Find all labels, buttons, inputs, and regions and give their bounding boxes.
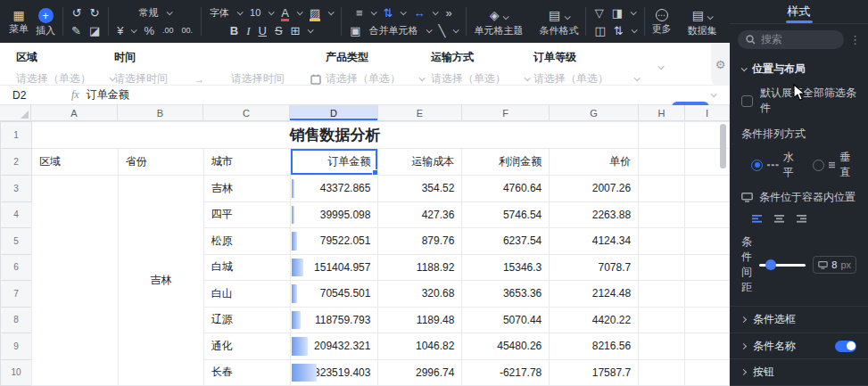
cell-title[interactable]: 销售数据分析: [31, 122, 638, 149]
search-input[interactable]: 搜索: [738, 30, 844, 49]
split-icon[interactable]: ◫: [594, 25, 605, 37]
row-header-10[interactable]: 10: [1, 359, 32, 386]
radio-vertical[interactable]: 垂直: [813, 150, 856, 180]
cell-G6[interactable]: 7078.7: [550, 254, 639, 281]
sort-icon[interactable]: ⇅: [614, 25, 624, 37]
row-header-2[interactable]: 2: [1, 149, 32, 176]
date-range-input[interactable]: 请选择时间 → 请选择时间: [114, 71, 321, 86]
row-header-5[interactable]: 5: [1, 228, 32, 255]
cell-E10[interactable]: 2996.74: [378, 359, 462, 386]
cell-F7[interactable]: 3653.36: [462, 281, 550, 308]
section-condition-box[interactable]: 条件选框: [730, 306, 868, 333]
insert-button[interactable]: + 插入: [32, 6, 59, 37]
filter-collapse-chevron[interactable]: [658, 63, 665, 70]
cell-D5[interactable]: 79522.051: [290, 228, 378, 255]
cell-G9[interactable]: 8216.56: [550, 333, 639, 360]
cell-G2[interactable]: 单价: [550, 149, 639, 176]
more-button[interactable]: ⋯ 更多: [649, 7, 675, 36]
column-header-B[interactable]: B: [118, 105, 203, 120]
decrease-decimal-icon[interactable]: 00.: [182, 25, 194, 37]
cell-E8[interactable]: 1189.48: [378, 307, 462, 333]
conditional-format-button[interactable]: ▤ 条件格式: [535, 5, 582, 37]
select-all-corner[interactable]: [0, 105, 31, 120]
format-painter-icon[interactable]: ✎: [71, 25, 81, 37]
cell-H3[interactable]: [639, 176, 685, 202]
cell-E3[interactable]: 354.52: [378, 176, 462, 202]
cell-C4[interactable]: 四平: [203, 201, 290, 228]
italic-button[interactable]: I: [246, 25, 250, 37]
cell-D6[interactable]: 151404.957: [290, 254, 378, 281]
row-header-4[interactable]: 4: [1, 201, 32, 228]
redo-icon[interactable]: ↻: [90, 7, 100, 19]
product-type-select[interactable]: 请选择（单选）: [326, 71, 426, 86]
cell-F3[interactable]: 4760.64: [462, 176, 550, 202]
cell-H1[interactable]: [639, 122, 685, 149]
cell-F9[interactable]: 45480.26: [462, 333, 550, 360]
cell-C5[interactable]: 松原: [203, 228, 290, 255]
formula-value[interactable]: 订单金额: [87, 87, 129, 103]
cell-I7[interactable]: [685, 281, 730, 308]
cell-B-merged-province[interactable]: 吉林: [118, 176, 203, 386]
number-format-dropdown[interactable]: 常规: [117, 5, 193, 20]
cell-F6[interactable]: 15346.3: [462, 254, 550, 281]
cell-C10[interactable]: 长春: [203, 359, 290, 386]
section-button[interactable]: 按钮: [730, 358, 868, 385]
vertical-scrollbar[interactable]: [720, 124, 726, 168]
column-header-I[interactable]: I: [685, 105, 730, 120]
filter-icon[interactable]: ▽: [595, 7, 604, 19]
font-family-dropdown[interactable]: 字体: [210, 8, 229, 18]
cell-G3[interactable]: 2007.26: [550, 176, 639, 202]
cell-D10[interactable]: 323519.403: [290, 359, 378, 386]
cell-F8[interactable]: 5070.44: [462, 307, 550, 333]
cell-C9[interactable]: 通化: [203, 333, 290, 360]
gear-icon[interactable]: ⚙: [715, 58, 726, 86]
column-header-D[interactable]: D: [290, 105, 378, 120]
region-select[interactable]: 请选择（单选）: [16, 71, 116, 86]
cell-I9[interactable]: [685, 333, 730, 360]
fill-color-icon[interactable]: ▨: [310, 7, 320, 19]
border-icon[interactable]: ⊞: [291, 25, 301, 37]
bold-button[interactable]: B: [230, 25, 238, 37]
cell-F4[interactable]: 5746.54: [462, 201, 550, 228]
align-right-icon[interactable]: [797, 214, 808, 224]
cell-C8[interactable]: 辽源: [203, 307, 290, 333]
cell-E2[interactable]: 运输成本: [378, 149, 462, 176]
cell-D3[interactable]: 43372.865: [290, 176, 378, 202]
cell-H4[interactable]: [639, 201, 685, 228]
cell-B2[interactable]: 省份: [118, 149, 203, 176]
cell-F10[interactable]: -6217.78: [462, 359, 550, 386]
column-header-C[interactable]: C: [203, 105, 290, 120]
cell-E4[interactable]: 427.36: [378, 201, 462, 228]
radio-horizontal[interactable]: 水平: [751, 150, 800, 180]
section-layout-header[interactable]: 位置与布局: [741, 62, 856, 77]
strikethrough-button[interactable]: S: [275, 25, 283, 37]
percent-icon[interactable]: %: [144, 25, 154, 37]
row-header-9[interactable]: 9: [1, 333, 32, 360]
cell-G10[interactable]: 17587.7: [550, 359, 639, 386]
cell-D8[interactable]: 118759.793: [290, 307, 378, 333]
cell-G7[interactable]: 2124.48: [550, 281, 639, 308]
order-level-select[interactable]: 请选择（单选）: [533, 71, 641, 86]
condition-name-toggle[interactable]: [835, 341, 856, 352]
more-options-icon[interactable]: ⋮: [849, 33, 861, 46]
align-icon[interactable]: ≡: [356, 7, 363, 19]
cell-D7[interactable]: 70545.501: [290, 281, 378, 308]
cell-D2-selected[interactable]: 订单金额: [290, 149, 378, 176]
cell-F2[interactable]: 利润金额: [462, 149, 550, 176]
cell-E6[interactable]: 1188.92: [378, 254, 462, 281]
cell-E9[interactable]: 1046.82: [378, 333, 462, 360]
eraser-icon[interactable]: ◪: [89, 25, 100, 37]
align-left-icon[interactable]: [752, 214, 764, 224]
font-size-dropdown[interactable]: 10: [250, 8, 260, 18]
distribute-icon[interactable]: ↔: [413, 7, 425, 19]
cell-F5[interactable]: 6237.54: [462, 228, 550, 255]
cell-I8[interactable]: [685, 307, 730, 333]
row-header-6[interactable]: 6: [1, 254, 32, 281]
row-header-3[interactable]: 3: [1, 176, 32, 202]
cell-D9[interactable]: 209432.321: [290, 333, 378, 360]
cell-H5[interactable]: [639, 228, 685, 255]
cell-H9[interactable]: [639, 333, 685, 360]
menu-button[interactable]: ▦ 菜单: [5, 7, 32, 36]
cell-E5[interactable]: 879.76: [378, 228, 462, 255]
cell-I5[interactable]: [685, 228, 730, 255]
